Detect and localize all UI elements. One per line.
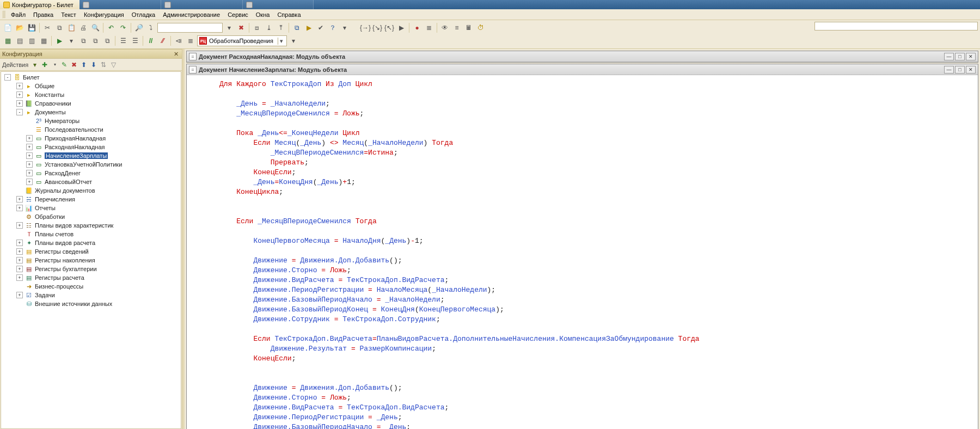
bookmark-prev-icon[interactable]: ⤒ [275,22,286,33]
breakpoint-icon[interactable]: ● [412,22,422,33]
mod2-icon[interactable]: ⧉ [90,35,101,46]
copy-icon[interactable]: ⧉ [54,22,65,33]
procedure-select[interactable]: PЦ ОбработкаПроведения ▾ [197,35,287,46]
maximize-button[interactable]: □ [955,53,965,60]
help-icon[interactable]: ？ [327,22,338,33]
calc-icon[interactable]: 🖩 [463,22,474,33]
tree-item[interactable]: +▭УстановкаУчетнойПолитики [1,160,181,169]
expander-icon[interactable]: + [16,91,23,98]
expander-icon[interactable]: + [16,257,23,263]
step-out-icon[interactable]: {↖} [384,22,395,33]
address-box[interactable] [814,22,978,30]
expander-icon[interactable]: + [26,144,33,150]
tree-item[interactable]: 2³Нумераторы [1,117,181,125]
stack-icon[interactable]: ≡ [451,22,462,33]
run-enterprise-icon[interactable]: ▶ [303,22,314,33]
continue-icon[interactable]: ▶ [396,22,407,33]
expander-icon[interactable]: + [16,248,23,255]
findnext-icon[interactable]: ⤵ [145,22,156,33]
os-tab[interactable] [243,0,314,9]
panel-actions-label[interactable]: Действия [2,62,28,68]
perf-icon[interactable]: ⏱ [475,22,486,33]
menu-service[interactable]: Сервис [224,10,252,19]
tree-item[interactable]: ⛁Внешние источники данных [1,299,181,308]
filter-icon[interactable]: ▽ [109,60,118,69]
up-icon[interactable]: ⬆ [79,60,88,69]
tree-item[interactable]: +▭РасходнаяНакладная [1,143,181,151]
go-dd-icon[interactable]: ▾ [66,35,77,46]
tree-item[interactable]: ☰Последовательности [1,125,181,134]
syntax-icon[interactable]: ✔ [315,22,326,33]
expander-icon[interactable]: + [16,222,23,229]
tree-item[interactable]: ➜Бизнес-процессы [1,282,181,291]
minimize-button[interactable]: — [944,66,954,73]
cut-icon[interactable]: ✂ [42,22,53,33]
menu-file[interactable]: Файл [8,10,29,19]
edit-icon[interactable]: ✎ [60,60,69,69]
tree-item[interactable]: -▸Документы [1,108,181,117]
tree-item[interactable]: +☑Задачи [1,291,181,299]
bookmark2-icon[interactable]: ☰ [130,35,140,46]
menu-edit[interactable]: Правка [30,10,57,19]
add-icon[interactable]: ✚ [40,60,49,69]
tree-scroll[interactable]: -🗄Билет+▸Общие+▸Константы+📗Справочники-▸… [1,71,181,429]
more-icon[interactable]: ▾ [339,22,350,33]
tree-item[interactable]: +☷Планы видов характеристик [1,221,181,230]
minimize-button[interactable]: — [944,53,954,60]
module-prev-icon[interactable]: ⧏ [173,35,184,46]
tree-item[interactable]: -🗄Билет [1,73,181,82]
close-button[interactable]: ✕ [966,66,976,73]
expander-icon[interactable]: + [26,161,33,168]
expander-icon[interactable]: + [16,83,23,89]
table-icon[interactable]: ▦ [2,35,13,46]
tree-item[interactable]: ⚙Обработки [1,212,181,221]
tree-icon[interactable]: ☰ [118,35,128,46]
menu-windows[interactable]: Окна [253,10,273,19]
close-button[interactable]: ✕ [966,53,976,60]
tree-item[interactable]: +▭РасходДенег [1,169,181,177]
watch-icon[interactable]: 👁 [439,22,450,33]
mod1-icon[interactable]: ⧉ [78,35,89,46]
tree-item[interactable]: +▭НачислениеЗарплаты [1,151,181,160]
tree-item[interactable]: +✦Планы видов расчета [1,238,181,247]
run-1c-icon[interactable]: ⧉ [291,22,302,33]
tree-item[interactable]: +▤Регистры сведений [1,247,181,256]
doc-titlebar[interactable]: ≡ Документ НачислениеЗарплаты: Модуль об… [187,64,978,75]
bookmark-icon[interactable]: ⧈ [252,22,262,33]
maximize-button[interactable]: □ [955,66,965,73]
actions-dropdown-icon[interactable]: ▾ [30,60,39,69]
panel2-icon[interactable]: ▥ [26,35,37,46]
redo-icon[interactable]: ↷ [118,22,128,33]
find-icon[interactable]: 🔎 [133,22,144,33]
paste-icon[interactable]: 📋 [66,22,77,33]
sort-icon[interactable]: ⇅ [99,60,108,69]
tree-item[interactable]: +📊Отчеты [1,204,181,212]
clear-icon[interactable]: ✖ [236,22,247,33]
down-icon[interactable]: ⬇ [89,60,98,69]
tree-item[interactable]: +▤Регистры бухгалтерии [1,265,181,273]
panel3-icon[interactable]: ▦ [38,35,49,46]
os-tab-active[interactable]: Конфигуратор - Билет [0,0,79,9]
os-tab[interactable] [79,0,161,9]
breakpoints-list-icon[interactable]: ≣ [424,22,434,33]
open-icon[interactable]: 📂 [14,22,25,33]
tree-item[interactable]: ＴПланы счетов [1,230,181,238]
preview-icon[interactable]: 🔍 [90,22,101,33]
doc-titlebar[interactable]: ≡ Документ РасходнаяНакладная: Модуль об… [187,51,978,62]
dropdown-icon[interactable]: ▾ [224,22,235,33]
step-into-icon[interactable]: {↘} [372,22,383,33]
comment-icon[interactable]: // [145,35,156,46]
expander-icon[interactable]: + [16,274,23,281]
expander-icon[interactable]: + [16,240,23,246]
new-icon[interactable]: 📄 [2,22,13,33]
tree-item[interactable]: +▭АвансовыйОтчет [1,177,181,186]
panel-close-button[interactable]: ✕ [172,50,180,58]
expander-icon[interactable]: + [26,179,33,185]
expander-icon[interactable]: + [16,292,23,298]
menu-config[interactable]: Конфигурация [81,10,127,19]
bookmark-next-icon[interactable]: ⤓ [264,22,274,33]
expander-icon[interactable]: + [16,205,23,211]
module-list-icon[interactable]: ≣ [185,35,196,46]
menu-admin[interactable]: Администрирование [160,10,223,19]
undo-icon[interactable]: ↶ [106,22,117,33]
